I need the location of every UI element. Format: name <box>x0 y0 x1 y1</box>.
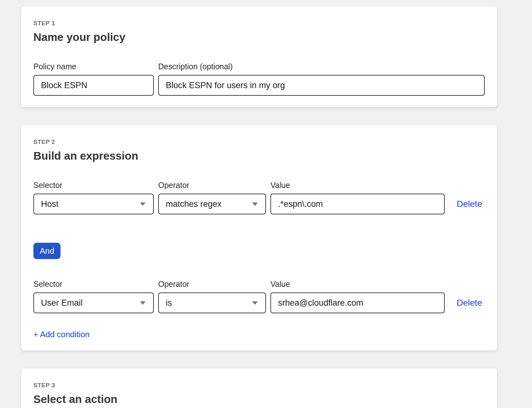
selector-field-2: Selector User Email <box>33 280 154 313</box>
delete-wrap-1: Delete <box>457 194 482 214</box>
and-connector-button[interactable]: And <box>33 243 61 259</box>
chevron-down-icon <box>252 202 258 206</box>
condition-row-1: Selector Host Operator matches regex Val… <box>33 181 485 214</box>
delete-condition-1-link[interactable]: Delete <box>457 199 482 209</box>
step3-title: Select an action <box>33 393 485 405</box>
condition-row-2: Selector User Email Operator is Value De… <box>33 280 485 313</box>
policy-name-input[interactable] <box>33 75 154 96</box>
operator-select-1[interactable]: matches regex <box>158 194 266 214</box>
operator-select-2[interactable]: is <box>158 292 266 313</box>
value-input-1[interactable] <box>270 194 445 214</box>
description-input[interactable] <box>158 75 485 96</box>
selector-value-2: User Email <box>41 298 83 308</box>
value-field-2: Value <box>270 280 445 313</box>
operator-field-1: Operator matches regex <box>158 181 266 214</box>
delete-condition-2-link[interactable]: Delete <box>457 298 482 308</box>
selector-value-1: Host <box>41 199 59 209</box>
description-label: Description (optional) <box>158 62 485 71</box>
selector-label-1: Selector <box>33 181 154 189</box>
policy-name-label: Policy name <box>33 62 154 71</box>
selector-field-1: Selector Host <box>33 181 154 214</box>
step2-label: STEP 2 <box>33 139 485 145</box>
chevron-down-icon <box>140 202 146 206</box>
step1-fields-row: Policy name Description (optional) <box>33 62 485 96</box>
policy-builder-page: STEP 1 Name your policy Policy name Desc… <box>0 0 532 408</box>
add-condition-link[interactable]: + Add condition <box>33 330 90 339</box>
delete-wrap-2: Delete <box>457 292 482 313</box>
description-field: Description (optional) <box>158 62 485 96</box>
step3-card: STEP 3 Select an action <box>21 368 497 408</box>
step1-label: STEP 1 <box>33 20 485 26</box>
selector-select-1[interactable]: Host <box>33 194 154 214</box>
step1-title: Name your policy <box>33 31 485 43</box>
step2-card: STEP 2 Build an expression Selector Host… <box>21 125 497 351</box>
operator-label-2: Operator <box>158 280 266 288</box>
chevron-down-icon <box>140 301 146 305</box>
operator-value-2: is <box>166 298 172 308</box>
value-label-1: Value <box>270 181 445 189</box>
selector-select-2[interactable]: User Email <box>33 292 154 313</box>
operator-label-1: Operator <box>158 181 266 189</box>
operator-field-2: Operator is <box>158 280 266 313</box>
value-field-1: Value <box>270 181 445 214</box>
operator-value-1: matches regex <box>166 199 222 209</box>
step1-card: STEP 1 Name your policy Policy name Desc… <box>21 6 497 107</box>
selector-label-2: Selector <box>33 280 154 288</box>
step3-label: STEP 3 <box>33 382 485 388</box>
policy-name-field: Policy name <box>33 62 154 96</box>
value-label-2: Value <box>270 280 445 288</box>
step2-title: Build an expression <box>33 150 485 162</box>
chevron-down-icon <box>252 301 258 305</box>
value-input-2[interactable] <box>270 292 445 313</box>
